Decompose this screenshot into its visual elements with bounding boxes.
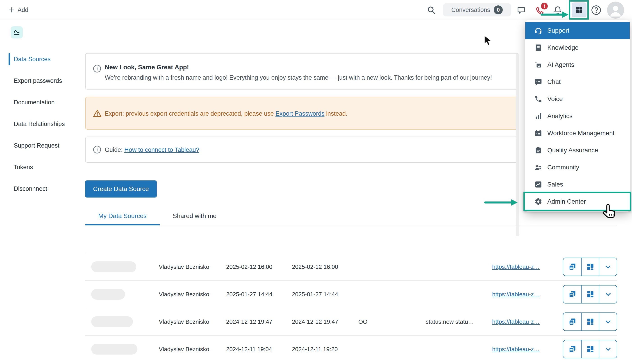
redacted-name-blob [91,344,137,354]
table-row: Vladyslav Beznisko 2025-01-27 14:44 2025… [85,280,617,308]
copy-action-button[interactable] [563,286,581,303]
more-actions-button[interactable] [599,313,617,330]
owner-cell: Vladyslav Beznisko [159,291,226,298]
products-menu-item-label: Quality Assurance [547,147,598,154]
grid-icon [575,6,583,14]
row-actions-group [563,258,617,276]
app-logo [11,26,23,38]
open-in-tableau-button[interactable] [581,258,599,276]
sidebar-item-label: Support Request [14,142,60,149]
help-icon[interactable] [591,5,601,15]
products-menu-item[interactable]: Chat [525,73,630,90]
open-in-tableau-button[interactable] [581,313,599,330]
url-cell: https://tableau-z… [492,318,559,325]
data-source-url-link[interactable]: https://tableau-z… [492,291,540,298]
product-icon [534,129,542,137]
products-menu-item[interactable]: Analytics [525,108,630,125]
add-button[interactable]: Add [8,0,28,20]
copy-action-button[interactable] [563,258,581,276]
rebrand-notice-card: New Look, Same Great App! We’re rebrandi… [85,53,519,90]
actions-cell [559,285,617,304]
avatar-person-icon [607,2,624,19]
chevron-down-icon [604,290,612,298]
notifications-bell-icon[interactable] [553,6,562,15]
products-menu-item[interactable]: Workforce Management [525,125,630,142]
owner-cell: Vladyslav Beznisko [159,264,226,270]
more-actions-button[interactable] [599,340,617,358]
table-body: Vladyslav Beznisko 2025-02-12 16:00 2025… [85,253,617,363]
copy-action-button[interactable] [563,340,581,358]
add-button-label: Add [18,6,28,14]
table-header-row [85,238,617,253]
more-actions-button[interactable] [599,286,617,303]
description-cell: OO [358,318,426,325]
redacted-name-blob [91,289,125,300]
products-menu-item[interactable]: Quality Assurance [525,142,630,159]
annotation-arrow-to-admin-center [484,198,518,207]
products-menu-item-label: Admin Center [547,198,586,205]
product-icon [534,198,542,206]
products-menu-item[interactable]: Voice [525,90,630,108]
products-menu-item[interactable]: AI Agents [525,56,630,73]
more-actions-button[interactable] [599,258,617,276]
open-in-tableau-button[interactable] [581,340,599,358]
rebrand-notice-text: We’re rebranding with a fresh name and l… [105,74,492,81]
products-menu-item-label: Voice [547,96,563,102]
sidebar-item[interactable]: Export passwords [0,70,81,92]
modified-cell: 2025-02-12 16:00 [292,264,358,270]
sidebar-item[interactable]: Data Sources [0,48,81,70]
chat-icon[interactable] [517,6,526,14]
owner-cell: Vladyslav Beznisko [159,318,226,325]
products-menu-item-label: Sales [547,181,563,188]
data-source-url-link[interactable]: https://tableau-z… [492,346,540,352]
url-cell: https://tableau-z… [492,346,559,353]
tab[interactable]: Shared with me [160,209,230,225]
sidebar-item[interactable]: Disconnnect [0,178,81,200]
product-icon [534,112,542,120]
products-menu-item[interactable]: Admin Center [525,193,630,210]
create-data-source-button[interactable]: Create Data Source [85,180,157,198]
export-passwords-link[interactable]: Export Passwords [276,110,325,117]
products-dropdown-menu: Support Knowledge AI Agents Chat Voice A… [525,20,630,212]
products-menu-item[interactable]: Knowledge [525,39,630,56]
chevron-down-icon [604,318,612,326]
sidebar-item[interactable]: Data Relationships [0,113,81,135]
tableau-icon [586,263,594,271]
product-icon [534,146,542,154]
how-to-connect-link[interactable]: How to connect to Tableau? [124,146,199,153]
sidebar-item[interactable]: Tokens [0,156,81,178]
created-cell: 2025-02-12 16:00 [226,264,292,270]
created-cell: 2024-12-11 19:04 [226,346,292,353]
name-cell [91,262,159,272]
guide-text: Guide: How to connect to Tableau? [105,146,199,154]
phone-alert-badge: ! [541,3,548,10]
product-icon [534,26,542,35]
sidebar-item[interactable]: Documentation [0,92,81,113]
data-source-url-link[interactable]: https://tableau-z… [492,318,540,325]
owner-cell: Vladyslav Beznisko [159,346,226,353]
search-icon[interactable] [427,6,436,14]
tableau-icon [586,345,594,353]
products-menu-item[interactable]: Community [525,159,630,176]
name-cell [91,289,159,300]
products-grid-button[interactable] [572,2,586,17]
copy-action-button[interactable] [563,313,581,330]
tableau-icon [586,318,594,326]
open-in-tableau-button[interactable] [581,286,599,303]
conversations-count-badge: 0 [494,6,503,14]
warning-icon [93,109,102,118]
data-source-url-link[interactable]: https://tableau-z… [492,264,540,270]
conversations-button[interactable]: Conversations 0 [443,3,511,16]
products-menu-item[interactable]: Support [525,22,630,39]
sidebar-item[interactable]: Support Request [0,135,81,156]
copy-icon [568,318,576,326]
row-actions-group [563,340,617,358]
tab[interactable]: My Data Sources [85,209,160,225]
rebrand-notice-title: New Look, Same Great App! [105,64,189,71]
user-avatar[interactable] [607,2,624,19]
app-window: Add Conversations 0 ! Tableau Connector … [0,0,632,364]
products-menu-item[interactable]: Sales [525,176,630,193]
tableau-icon [586,290,594,298]
info-icon [93,64,101,73]
actions-cell [559,340,617,358]
